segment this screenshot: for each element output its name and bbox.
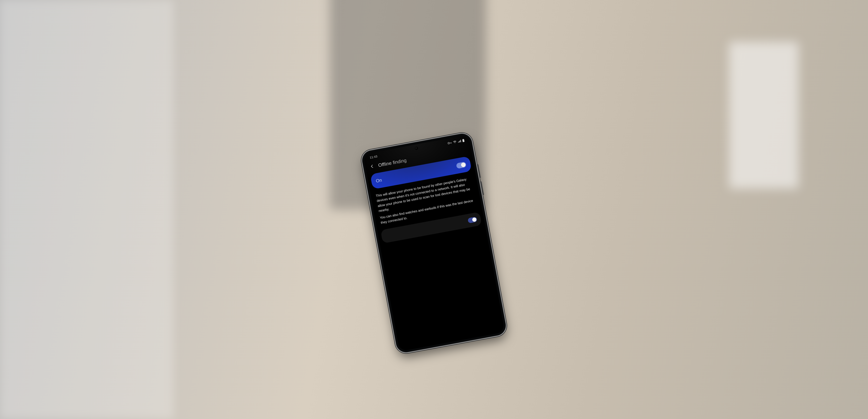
master-toggle-state-label: On: [375, 178, 382, 184]
secondary-setting-text: [385, 221, 465, 236]
svg-point-1: [448, 143, 449, 143]
svg-rect-3: [459, 141, 460, 142]
svg-rect-2: [458, 142, 459, 143]
chevron-left-icon: [370, 164, 375, 169]
vpn-key-icon: [447, 141, 452, 144]
svg-rect-4: [460, 140, 460, 142]
page-title: Offline finding: [378, 158, 407, 168]
secondary-setting-title: [385, 221, 465, 236]
background-left-light: [0, 0, 174, 419]
status-time: 11:43: [370, 155, 378, 160]
battery-icon: [462, 139, 465, 142]
signal-icon: [458, 140, 461, 143]
svg-rect-7: [462, 139, 465, 142]
secondary-toggle-switch[interactable]: [467, 217, 477, 223]
svg-rect-5: [460, 140, 461, 142]
back-button[interactable]: [369, 163, 376, 170]
master-toggle-switch[interactable]: [456, 162, 467, 169]
wifi-icon: [453, 140, 457, 144]
